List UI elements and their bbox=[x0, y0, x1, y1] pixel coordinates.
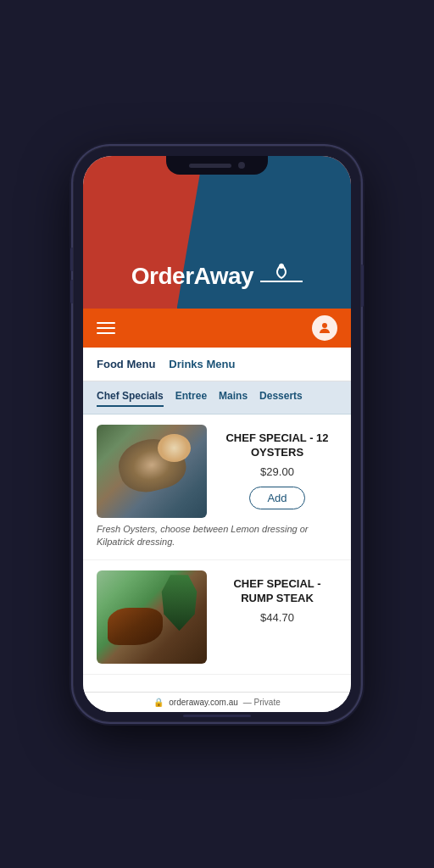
menu-item-1: CHEF SPECIAL - 12 OYSTERS $29.00 Add Fre… bbox=[83, 415, 351, 560]
tab-mains[interactable]: Mains bbox=[219, 390, 248, 407]
phone-notch bbox=[166, 156, 268, 175]
menu-item-1-main: CHEF SPECIAL - 12 OYSTERS $29.00 Add bbox=[97, 425, 337, 518]
item-1-info: CHEF SPECIAL - 12 OYSTERS $29.00 Add bbox=[217, 425, 337, 509]
site-url: orderaway.com.au bbox=[169, 698, 238, 707]
logo-icon bbox=[260, 261, 303, 292]
item-1-add-button[interactable]: Add bbox=[249, 487, 304, 509]
item-2-name: CHEF SPECIAL - Rump Steak bbox=[217, 577, 337, 606]
category-tabs: Chef Specials Entree Mains Desserts bbox=[83, 381, 351, 415]
nav-bar bbox=[83, 309, 351, 348]
privacy-indicator: — Private bbox=[243, 698, 281, 707]
power-button bbox=[361, 264, 364, 307]
menu-tabs: Food Menu Drinks Menu bbox=[83, 348, 351, 381]
item-2-image bbox=[97, 570, 207, 664]
lock-icon: 🔒 bbox=[153, 698, 164, 707]
volume-down-button bbox=[70, 280, 73, 303]
tab-drinks-menu[interactable]: Drinks Menu bbox=[169, 358, 235, 374]
svg-point-2 bbox=[322, 323, 327, 328]
phone-frame: OrderAway bbox=[73, 146, 361, 722]
item-1-price: $29.00 bbox=[217, 465, 337, 478]
home-indicator bbox=[183, 715, 251, 717]
content-area: Food Menu Drinks Menu Chef Specials Entr… bbox=[83, 348, 351, 692]
hamburger-line-2 bbox=[97, 327, 115, 329]
logo-area: OrderAway bbox=[83, 261, 351, 309]
tab-chef-specials[interactable]: Chef Specials bbox=[97, 390, 164, 407]
bottom-bar: 🔒 orderaway.com.au — Private bbox=[83, 692, 351, 712]
app-title: OrderAway bbox=[131, 263, 253, 290]
oysters-image bbox=[97, 425, 207, 518]
item-2-info: CHEF SPECIAL - Rump Steak $44.70 bbox=[217, 570, 337, 624]
menu-item-2-main: CHEF SPECIAL - Rump Steak $44.70 bbox=[97, 570, 337, 664]
menu-item-2: CHEF SPECIAL - Rump Steak $44.70 bbox=[83, 560, 351, 675]
item-1-name: CHEF SPECIAL - 12 OYSTERS bbox=[217, 431, 337, 460]
hamburger-line-1 bbox=[97, 322, 115, 324]
volume-up-button bbox=[70, 248, 73, 271]
item-1-description: Fresh Oysters, choose between Lemon dres… bbox=[97, 523, 337, 549]
camera bbox=[238, 162, 245, 169]
svg-point-1 bbox=[279, 264, 284, 269]
app-header: OrderAway bbox=[83, 156, 351, 309]
hamburger-menu-button[interactable] bbox=[97, 322, 115, 334]
item-1-image bbox=[97, 425, 207, 518]
tab-entree[interactable]: Entree bbox=[175, 390, 207, 407]
tab-desserts[interactable]: Desserts bbox=[259, 390, 303, 407]
item-2-price: $44.70 bbox=[217, 611, 337, 624]
hamburger-line-3 bbox=[97, 332, 115, 334]
user-profile-button[interactable] bbox=[312, 315, 337, 341]
steak-image bbox=[97, 570, 207, 664]
tab-food-menu[interactable]: Food Menu bbox=[97, 358, 155, 374]
speaker bbox=[189, 164, 231, 168]
phone-screen: OrderAway bbox=[83, 156, 351, 712]
